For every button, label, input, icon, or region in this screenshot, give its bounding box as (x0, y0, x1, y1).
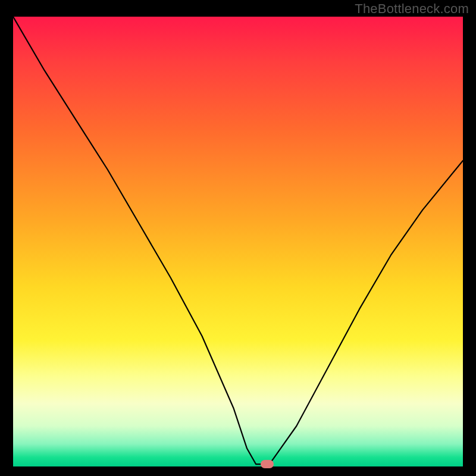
watermark-text: TheBottleneck.com (355, 1, 469, 17)
bottleneck-curve (13, 17, 463, 466)
plot-area (13, 17, 463, 466)
chart-frame: TheBottleneck.com (0, 0, 476, 476)
min-marker (261, 460, 274, 468)
